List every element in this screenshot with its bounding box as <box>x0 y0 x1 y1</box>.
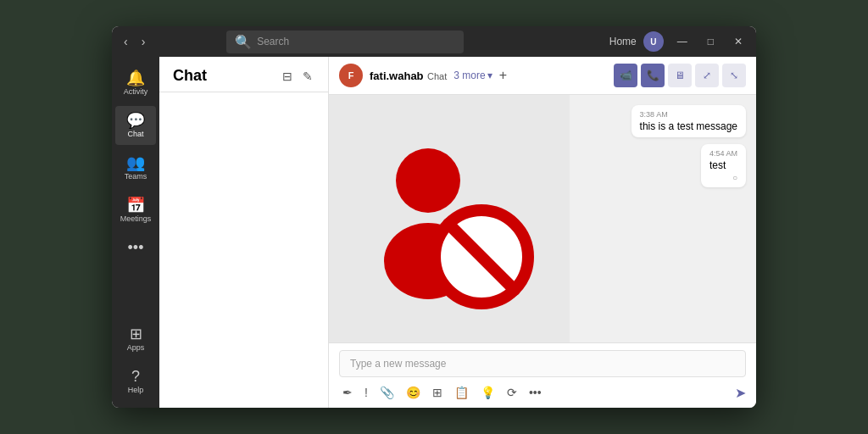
sidebar-label-activity: Activity <box>124 87 148 96</box>
message-text-1: this is a test message <box>640 120 737 132</box>
input-area: Type a new message ✒ ! 📎 😊 ⊞ 📋 💡 ⟳ ••• ➤ <box>329 342 756 408</box>
praise-button[interactable]: 💡 <box>477 384 498 401</box>
phone-icon: 📞 <box>647 70 659 81</box>
format-button[interactable]: ✒ <box>339 384 356 401</box>
important-button[interactable]: ! <box>361 384 371 401</box>
more-icon: ••• <box>128 240 144 255</box>
minimize-button[interactable]: — <box>670 32 694 51</box>
popout-button[interactable]: ⤢ <box>695 64 719 87</box>
more-participants-button[interactable]: 3 more ▾ <box>453 70 492 81</box>
search-bar[interactable]: 🔍 <box>226 31 464 53</box>
sidebar-item-apps[interactable]: ⊞ Apps <box>115 320 156 359</box>
emoji-button[interactable]: 😊 <box>403 384 424 401</box>
loop-button[interactable]: ⟳ <box>504 384 520 401</box>
contact-info: fati.wahab Chat <box>370 68 447 83</box>
chat-content: F fati.wahab Chat 3 more ▾ + 📹 <box>329 57 756 408</box>
help-icon: ? <box>131 369 140 384</box>
chat-icon: 💬 <box>126 113 145 128</box>
blocked-illustration <box>329 95 570 342</box>
popout-icon: ⤢ <box>703 70 711 81</box>
chat-list-header: Chat ⊟ ✎ <box>159 57 328 92</box>
message-bubble-1: 3:38 AM this is a test message <box>632 105 746 137</box>
attach-button[interactable]: 📎 <box>376 384 398 401</box>
chat-list-title: Chat <box>173 67 281 85</box>
message-bubble-2: 4:54 AM test ○ <box>701 144 746 187</box>
main-layout: 🔔 Activity 💬 Chat 👥 Teams 📅 Meetings •••… <box>112 57 756 408</box>
expand-button[interactable]: ⤡ <box>722 64 746 87</box>
giphy-button[interactable]: ⊞ <box>429 384 446 401</box>
message-text-2: test <box>709 159 737 171</box>
messages-area: 3:38 AM this is a test message 4:54 AM t… <box>329 95 756 342</box>
sidebar-item-chat[interactable]: 💬 Chat <box>115 106 156 145</box>
nav-buttons: ‹ › <box>119 33 150 50</box>
sidebar-item-meetings[interactable]: 📅 Meetings <box>115 191 156 230</box>
sticker-button[interactable]: 📋 <box>451 384 472 401</box>
search-input[interactable] <box>257 36 455 47</box>
sidebar-label-help: Help <box>128 386 144 394</box>
teams-icon: 👥 <box>126 155 145 170</box>
new-chat-button[interactable]: ✎ <box>301 68 314 85</box>
more-options-button[interactable]: ••• <box>526 384 545 401</box>
search-icon: 🔍 <box>235 34 252 50</box>
message-time-2: 4:54 AM <box>709 149 737 158</box>
message-time-1: 3:38 AM <box>640 110 737 119</box>
chat-list-area <box>159 92 328 408</box>
expand-icon: ⤡ <box>730 70 738 81</box>
sidebar-item-help[interactable]: ? Help <box>115 362 156 401</box>
meetings-icon: 📅 <box>126 198 145 213</box>
sidebar-label-teams: Teams <box>125 172 147 181</box>
add-participant-button[interactable]: + <box>499 68 507 83</box>
screen-icon: 🖥 <box>675 70 685 81</box>
home-label: Home <box>609 36 637 47</box>
send-button[interactable]: ➤ <box>735 385 746 401</box>
messages-side: 3:38 AM this is a test message 4:54 AM t… <box>570 95 756 342</box>
sidebar-item-activity[interactable]: 🔔 Activity <box>115 64 156 103</box>
sidebar-label-meetings: Meetings <box>120 214 152 223</box>
contact-sub: Chat <box>427 71 447 81</box>
toolbar-row: ✒ ! 📎 😊 ⊞ 📋 💡 ⟳ ••• ➤ <box>339 384 746 401</box>
sidebar-label-chat: Chat <box>127 130 143 138</box>
chat-list-actions: ⊟ ✎ <box>281 68 314 85</box>
sidebar: 🔔 Activity 💬 Chat 👥 Teams 📅 Meetings •••… <box>112 57 159 408</box>
nav-forward-button[interactable]: › <box>136 33 151 50</box>
sidebar-item-more[interactable]: ••• <box>115 233 156 262</box>
chat-header: F fati.wahab Chat 3 more ▾ + 📹 <box>329 57 756 95</box>
message-status-2: ○ <box>709 173 737 182</box>
chat-list-panel: Chat ⊟ ✎ <box>159 57 329 408</box>
video-call-button[interactable]: 📹 <box>614 64 637 87</box>
nav-back-button[interactable]: ‹ <box>119 33 133 50</box>
message-input[interactable]: Type a new message <box>339 350 746 377</box>
svg-point-0 <box>396 148 460 213</box>
filter-button[interactable]: ⊟ <box>281 68 294 85</box>
screen-share-button[interactable]: 🖥 <box>668 64 692 87</box>
sidebar-label-apps: Apps <box>127 343 145 352</box>
titlebar-right: Home U — □ ✕ <box>609 31 749 52</box>
app-window: ‹ › 🔍 Home U — □ ✕ 🔔 Activity 💬 Chat <box>112 26 756 408</box>
contact-name: fati.wahab <box>370 70 424 82</box>
titlebar: ‹ › 🔍 Home U — □ ✕ <box>112 26 756 57</box>
blocked-user-svg <box>356 125 542 312</box>
activity-icon: 🔔 <box>126 70 145 86</box>
apps-icon: ⊞ <box>130 326 142 342</box>
video-icon: 📹 <box>620 70 632 81</box>
close-button[interactable]: ✕ <box>727 32 749 51</box>
maximize-button[interactable]: □ <box>701 32 721 51</box>
user-avatar[interactable]: U <box>643 31 664 52</box>
send-icon: ➤ <box>735 386 746 400</box>
chat-header-actions: 📹 📞 🖥 ⤢ ⤡ <box>614 64 746 87</box>
audio-call-button[interactable]: 📞 <box>641 64 665 87</box>
contact-avatar: F <box>339 64 363 87</box>
sidebar-item-teams[interactable]: 👥 Teams <box>115 148 156 187</box>
